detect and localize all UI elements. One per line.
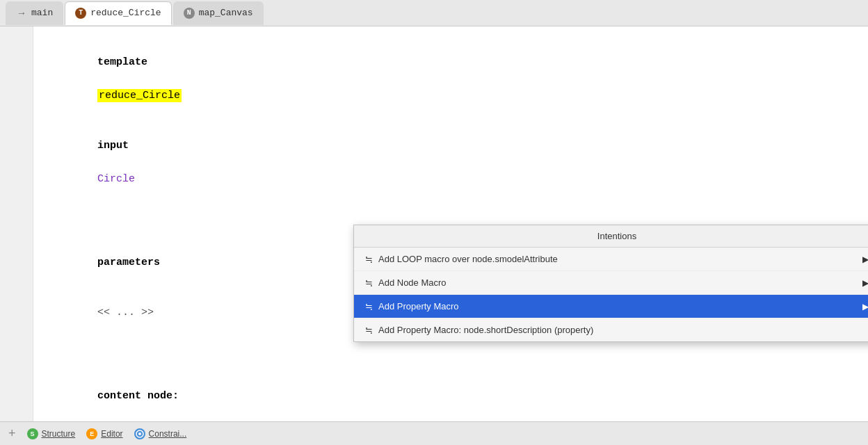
- intention-item-2[interactable]: ≒ Add Property Macro ▶: [354, 295, 868, 318]
- bottom-constraints[interactable]: Constrai...: [134, 428, 187, 439]
- editor-icon: E: [86, 428, 97, 439]
- svg-point-1: [138, 432, 141, 435]
- bottom-bar: + S Structure E Editor Constrai...: [0, 421, 868, 445]
- value-circle-input: Circle: [97, 173, 135, 185]
- keyword-parameters: parameters: [97, 257, 160, 268]
- main-content: template reduce_Circle input Circle para…: [0, 26, 868, 421]
- line-blank-4: [47, 355, 854, 371]
- structure-label: Structure: [42, 429, 76, 439]
- intention-item-2-left: ≒ Add Property Macro: [365, 301, 459, 312]
- keyword-template: template: [97, 56, 147, 68]
- intention-icon-1: ≒: [365, 277, 373, 288]
- constraints-icon: [134, 428, 145, 439]
- intention-item-1[interactable]: ≒ Add Node Macro ▶: [354, 271, 868, 295]
- intention-label-1: Add Node Macro: [378, 277, 447, 288]
- bottom-editor[interactable]: E Editor: [86, 428, 122, 439]
- bottom-structure[interactable]: S Structure: [27, 428, 76, 439]
- tab-map-icon: N: [184, 8, 195, 19]
- intention-arrow-2: ▶: [862, 302, 868, 312]
- line-template: template reduce_Circle: [47, 38, 854, 121]
- intention-icon-0: ≒: [365, 254, 373, 264]
- intention-item-1-left: ≒ Add Node Macro: [365, 277, 447, 288]
- tab-reduce-icon: T: [75, 8, 86, 19]
- tab-reduce-label: reduce_Circle: [90, 8, 161, 18]
- structure-icon: S: [27, 428, 38, 439]
- intention-label-3: Add Property Macro: node.shortDescriptio…: [378, 325, 593, 335]
- intention-item-0-left: ≒ Add LOOP macro over node.smodelAttribu…: [365, 254, 558, 264]
- line-input: input Circle: [47, 121, 854, 204]
- add-button[interactable]: +: [8, 426, 16, 441]
- line-blank-1: [47, 204, 854, 221]
- intention-arrow-1: ▶: [862, 278, 868, 288]
- value-ellipsis: << ... >>: [97, 307, 154, 318]
- tab-main[interactable]: → main: [6, 1, 63, 25]
- line-content-node: content node:: [47, 371, 854, 421]
- tab-map-canvas[interactable]: N map_Canvas: [173, 1, 264, 25]
- tab-main-label: main: [31, 8, 53, 18]
- tab-reduce-circle[interactable]: T reduce_Circle: [65, 1, 171, 25]
- intention-label-0: Add LOOP macro over node.smodelAttribute: [378, 254, 558, 264]
- editor-gutter: [0, 26, 33, 421]
- constraints-label: Constrai...: [149, 429, 187, 439]
- intention-item-0[interactable]: ≒ Add LOOP macro over node.smodelAttribu…: [354, 248, 868, 271]
- intention-icon-3: ≒: [365, 325, 373, 335]
- intention-item-3[interactable]: ≒ Add Property Macro: node.shortDescript…: [354, 318, 868, 341]
- value-reduce-circle: reduce_Circle: [97, 89, 182, 102]
- tab-main-icon: →: [16, 8, 27, 19]
- editor-area[interactable]: template reduce_Circle input Circle para…: [33, 26, 868, 421]
- tab-map-label: map_Canvas: [199, 8, 253, 18]
- intention-label-2: Add Property Macro: [378, 301, 459, 312]
- tab-bar: → main T reduce_Circle N map_Canvas: [0, 0, 868, 26]
- intention-arrow-0: ▶: [862, 254, 868, 264]
- intentions-popup[interactable]: Intentions ≒ Add LOOP macro over node.sm…: [353, 225, 868, 342]
- intentions-header: Intentions: [354, 225, 868, 248]
- intention-icon-2: ≒: [365, 301, 373, 312]
- keyword-content-node: content node:: [97, 390, 179, 402]
- editor-label: Editor: [101, 429, 122, 439]
- keyword-input: input: [97, 140, 129, 152]
- intention-item-3-left: ≒ Add Property Macro: node.shortDescript…: [365, 325, 593, 335]
